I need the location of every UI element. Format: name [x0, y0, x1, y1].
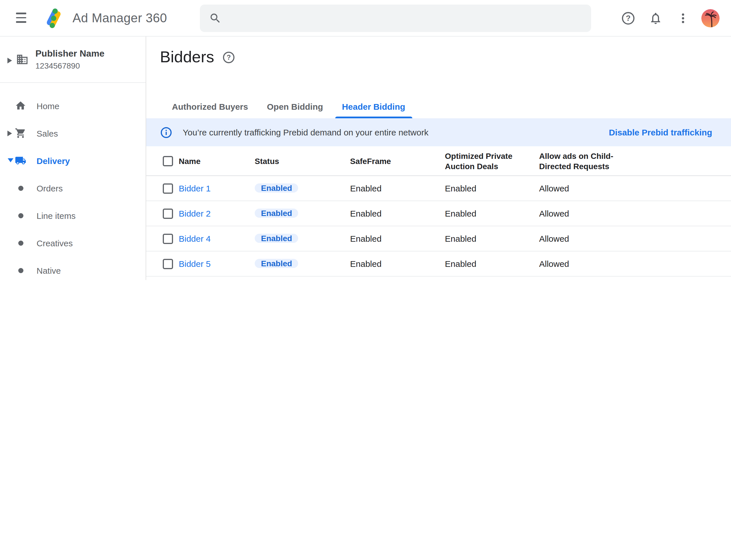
column-header-optimized-private-auction-deals: Optimized Private Auction Deals: [445, 151, 538, 171]
more-vert-icon: [676, 11, 690, 25]
sidebar-item-label: Delivery: [37, 156, 70, 165]
bullet-icon: [18, 213, 23, 218]
column-header-safeframe: SafeFrame: [350, 156, 445, 166]
publisher-name: Publisher Name: [35, 49, 105, 59]
bullet-icon: [18, 240, 23, 245]
sidebar-item-delivery[interactable]: Delivery: [0, 147, 146, 174]
sidebar-nav: HomeSalesDeliveryOrdersLine itemsCreativ…: [0, 92, 146, 280]
banner-text: You’re currently trafficking Prebid dema…: [183, 127, 428, 137]
row-checkbox[interactable]: [163, 208, 173, 219]
tab-open-bidding[interactable]: Open Bidding: [260, 97, 330, 118]
info-icon: [160, 126, 173, 139]
page-help-button[interactable]: ?: [222, 51, 235, 64]
status-badge: Enabled: [255, 259, 299, 268]
chevron-right-icon: [7, 57, 12, 64]
sidebar-item-sales[interactable]: Sales: [0, 119, 146, 147]
search-input[interactable]: [200, 5, 591, 32]
table-body: Bidder 1EnabledEnabledEnabledAllowedBidd…: [146, 176, 731, 277]
select-all-checkbox[interactable]: [163, 156, 173, 166]
bidder-link[interactable]: Bidder 1: [179, 183, 255, 193]
sidebar-item-home[interactable]: Home: [0, 92, 146, 119]
sidebar-item-label: Line items: [37, 211, 76, 220]
svg-text:?: ?: [626, 14, 631, 23]
sidebar-item-label: Native: [37, 265, 61, 275]
column-header-name: Name: [179, 156, 255, 166]
main-content: Bidders ? Authorized BuyersOpen BiddingH…: [146, 37, 731, 280]
sidebar-item-label: Orders: [37, 183, 63, 193]
bidder-link[interactable]: Bidder 2: [179, 209, 255, 218]
bidder-link[interactable]: Bidder 5: [179, 259, 255, 269]
ad-manager-logo: [42, 7, 65, 30]
more-options-button[interactable]: [672, 7, 694, 30]
sidebar-item-native[interactable]: Native: [0, 257, 146, 280]
chevron-down-icon: [7, 158, 14, 163]
publisher-id: 1234567890: [35, 61, 80, 70]
tab-header-bidding[interactable]: Header Bidding: [335, 97, 412, 118]
truck-icon: [15, 155, 26, 166]
status-badge: Enabled: [255, 183, 299, 193]
help-button[interactable]: ?: [617, 7, 640, 30]
menu-button[interactable]: [13, 9, 30, 26]
column-header-allow-ads-on-child-directed-requests: Allow ads on Child-Directed Requests: [539, 151, 633, 171]
bullet-icon: [18, 185, 23, 191]
notifications-icon: [649, 11, 662, 25]
sidebar-item-line-items[interactable]: Line items: [0, 202, 146, 229]
building-icon: [16, 53, 29, 66]
sidebar: Publisher Name 1234567890 HomeSalesDeliv…: [0, 37, 146, 280]
child-directed-value: Allowed: [539, 209, 731, 218]
status-badge: Enabled: [255, 234, 299, 243]
status-badge: Enabled: [255, 209, 299, 218]
row-checkbox[interactable]: [163, 183, 173, 193]
chevron-right-icon: [7, 130, 12, 136]
bidder-link[interactable]: Bidder 4: [179, 234, 255, 243]
topbar: Ad Manager 360 ?: [0, 0, 731, 37]
safeframe-value: Enabled: [350, 259, 445, 269]
disable-prebid-link[interactable]: Disable Prebid trafficking: [609, 127, 712, 137]
help-icon: ?: [621, 11, 636, 26]
table-row-bidder-2: Bidder 2EnabledEnabledEnabledAllowed: [146, 201, 731, 226]
app-title: Ad Manager 360: [73, 0, 167, 36]
sidebar-item-label: Creatives: [37, 238, 73, 248]
table-row-bidder-1: Bidder 1EnabledEnabledEnabledAllowed: [146, 176, 731, 201]
child-directed-value: Allowed: [539, 234, 731, 243]
prebid-banner: You’re currently trafficking Prebid dema…: [146, 118, 731, 146]
safeframe-value: Enabled: [350, 183, 445, 193]
avatar[interactable]: [701, 9, 720, 27]
optimized-private-auction-deals-value: Enabled: [445, 183, 539, 193]
sidebar-item-label: Sales: [37, 128, 58, 138]
svg-text:?: ?: [227, 53, 231, 61]
optimized-private-auction-deals-value: Enabled: [445, 234, 539, 243]
sidebar-item-label: Home: [37, 101, 59, 111]
optimized-private-auction-deals-value: Enabled: [445, 209, 539, 218]
cart-icon: [15, 127, 26, 139]
home-icon: [15, 100, 26, 111]
sidebar-item-creatives[interactable]: Creatives: [0, 229, 146, 257]
tab-authorized-buyers[interactable]: Authorized Buyers: [165, 97, 255, 118]
table-header: NameStatusSafeFrameOptimized Private Auc…: [146, 146, 731, 176]
sidebar-item-orders[interactable]: Orders: [0, 174, 146, 202]
search-icon: [209, 12, 222, 25]
help-icon: ?: [222, 51, 235, 64]
row-checkbox[interactable]: [163, 259, 173, 269]
page-title: Bidders: [160, 48, 214, 66]
child-directed-value: Allowed: [539, 183, 731, 193]
publisher-selector[interactable]: Publisher Name 1234567890: [0, 37, 146, 83]
table-row-bidder-5: Bidder 5EnabledEnabledEnabledAllowed: [146, 251, 731, 277]
tab-bar: Authorized BuyersOpen BiddingHeader Bidd…: [165, 97, 417, 118]
ad-manager-app: Ad Manager 360 ?: [0, 0, 731, 280]
safeframe-value: Enabled: [350, 209, 445, 218]
row-checkbox[interactable]: [163, 233, 173, 244]
optimized-private-auction-deals-value: Enabled: [445, 259, 539, 269]
column-header-status: Status: [255, 156, 350, 166]
table-row-bidder-4: Bidder 4EnabledEnabledEnabledAllowed: [146, 226, 731, 251]
child-directed-value: Allowed: [539, 259, 731, 269]
notifications-button[interactable]: [644, 7, 667, 30]
bullet-icon: [18, 268, 23, 273]
safeframe-value: Enabled: [350, 234, 445, 243]
